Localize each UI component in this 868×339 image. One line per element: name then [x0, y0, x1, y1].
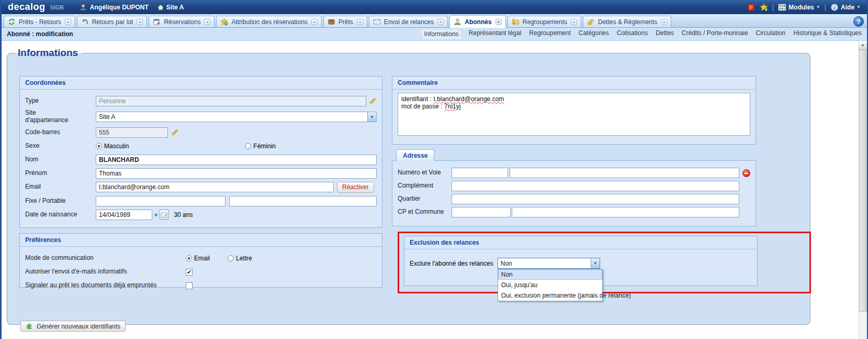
dropdown-arrow-icon[interactable]: ▼	[591, 258, 600, 268]
close-tab-icon[interactable]: ×	[137, 19, 143, 25]
star-icon	[220, 18, 229, 26]
current-user[interactable]: Angélique DUPONT	[90, 4, 149, 11]
generate-credentials-button[interactable]: Générer nouveaux identifiants	[20, 321, 126, 332]
topbar-separator: |	[825, 3, 826, 11]
type-field	[96, 96, 366, 106]
dropdown-option-oui-permanente[interactable]: Oui, exclusion permanente (jamais de rel…	[498, 290, 602, 301]
mode-lettre-label: Lettre	[236, 255, 252, 262]
tab-prets-retours[interactable]: Prêts - Retours ×	[4, 16, 75, 27]
subnav-link-informations[interactable]: Informations	[422, 29, 461, 39]
subnav-bar: Abonné : modification Informations Repré…	[2, 28, 867, 41]
tab-prets[interactable]: Prêts ×	[323, 16, 367, 27]
birthdate-label: Date de naissance	[25, 211, 77, 218]
close-tab-icon[interactable]: ×	[661, 19, 667, 25]
tab-retours-par-lot[interactable]: Retours par lot ×	[77, 16, 148, 27]
portable-field[interactable]	[229, 196, 377, 206]
fixe-field[interactable]	[96, 196, 226, 206]
pencil-icon[interactable]	[171, 128, 179, 137]
nom-field[interactable]	[96, 155, 377, 165]
subnav-link-dettes[interactable]: Dettes	[656, 29, 674, 39]
email-field[interactable]	[96, 182, 334, 192]
close-tab-icon[interactable]: ×	[571, 19, 577, 25]
subnav-link-representant-legal[interactable]: Représentant légal	[469, 29, 522, 39]
subnav-link-categories[interactable]: Catégories	[579, 29, 609, 39]
remove-address-icon[interactable]	[742, 169, 750, 177]
modules-menu[interactable]: Modules ▼	[778, 3, 820, 12]
close-tab-icon[interactable]: ×	[311, 19, 318, 25]
top-bar: decalog SIGB Angélique DUPONT Site A | M…	[2, 0, 867, 14]
mode-email-radio[interactable]	[186, 255, 192, 261]
tab-label: Envoi de relances	[384, 18, 434, 26]
scroll-up-icon[interactable]: ▲	[859, 41, 867, 50]
dropdown-option-non[interactable]: Non	[498, 269, 602, 280]
tab-label: Regroupements	[523, 18, 567, 26]
close-tab-icon[interactable]: ×	[357, 19, 363, 25]
tab-adresse[interactable]: Adresse	[396, 149, 434, 161]
exclusion-title: Exclusion des relances	[404, 236, 757, 249]
voie-input[interactable]	[510, 168, 739, 178]
site-select-value: Site A	[96, 113, 367, 121]
exclusion-field-label: Exclure l'abonné des relances	[410, 260, 493, 267]
favorites-add-icon[interactable]	[760, 3, 768, 12]
subnav-link-circulation[interactable]: Circulation	[756, 29, 786, 39]
pencil-icon[interactable]	[369, 97, 377, 105]
sexe-feminin-label: Féminin	[253, 143, 276, 150]
dropdown-arrow-icon[interactable]: ▼	[367, 112, 376, 122]
exclusion-select[interactable]: Non ▼ Non Oui, jusqu'au Oui, exclusion p…	[498, 258, 600, 269]
commune-input[interactable]	[512, 207, 739, 217]
signaler-checkbox[interactable]	[186, 282, 193, 289]
birthdate-field[interactable]	[96, 210, 152, 220]
calendar-icon[interactable]	[160, 210, 168, 220]
mode-communication-label: Mode de communication	[25, 255, 167, 262]
dropdown-option-oui-jusquau[interactable]: Oui, jusqu'au	[498, 280, 602, 290]
sexe-feminin-radio[interactable]	[245, 143, 251, 149]
commentaire-title: Commentaire	[392, 76, 756, 90]
coins-icon	[587, 18, 595, 26]
tab-label: Retours par lot	[92, 18, 133, 26]
modules-label: Modules	[788, 4, 814, 11]
site-select[interactable]: Site A ▼	[96, 112, 377, 122]
folder-icon	[512, 18, 520, 26]
comment-textarea[interactable]: identifiant : t.blanchard@orange.com mot…	[398, 93, 750, 136]
subnav-links: Informations Représentant légal Regroupe…	[422, 29, 862, 39]
sexe-masculin-label: Masculin	[104, 143, 129, 150]
cp-commune-label: CP et Commune	[398, 209, 447, 216]
clear-icon[interactable]: ×	[154, 212, 157, 218]
close-tab-icon[interactable]: ×	[204, 19, 210, 25]
tab-envoi-relances[interactable]: Envoi de relances ×	[369, 16, 448, 27]
help-icon[interactable]: ?	[853, 16, 864, 27]
type-label: Type	[25, 97, 77, 105]
numero-input[interactable]	[452, 168, 508, 178]
subnav-link-regroupement[interactable]: Regroupement	[529, 29, 570, 39]
subnav-link-historique-statistiques[interactable]: Historique & Statistiques	[793, 29, 862, 39]
complement-input[interactable]	[452, 181, 739, 191]
subnav-link-credits-porte-monnaie[interactable]: Crédits / Porte-monnaie	[682, 29, 748, 39]
emails-info-checkbox[interactable]: ✔	[186, 269, 193, 276]
cp-input[interactable]	[452, 207, 511, 217]
comment-line: mot de passe : 7ni1yj	[401, 103, 747, 110]
quartier-input[interactable]	[452, 194, 739, 204]
aide-menu[interactable]: i Aide ▼	[830, 3, 861, 12]
close-tab-icon[interactable]: ×	[495, 19, 502, 25]
mode-lettre-radio[interactable]	[228, 255, 234, 261]
close-tab-icon[interactable]: ×	[65, 19, 71, 25]
comment-line: identifiant : t.blanchard@orange.com	[401, 95, 747, 103]
current-site[interactable]: Site A	[157, 4, 184, 11]
subnav-link-cotisations[interactable]: Cotisations	[617, 29, 648, 39]
scrollbar-thumb[interactable]	[859, 50, 867, 312]
tab-regroupements[interactable]: Regroupements ×	[508, 16, 581, 27]
tab-attribution-reservations[interactable]: Attribution des réservations ×	[216, 16, 321, 27]
tab-dettes-reglements[interactable]: Dettes & Règlements ×	[583, 16, 671, 27]
reactiver-button[interactable]: Réactiver	[337, 182, 374, 193]
informations-panel: Informations Coordonnées Type Site d'app…	[7, 47, 810, 325]
close-tab-icon[interactable]: ×	[437, 19, 444, 25]
tab-abonnes[interactable]: Abonnés ×	[449, 15, 505, 28]
logout-icon[interactable]	[747, 3, 756, 12]
info-icon: i	[830, 3, 839, 12]
coordonnees-title: Coordonnées	[20, 76, 382, 90]
tab-reservations[interactable]: Réservations ×	[149, 16, 215, 27]
prenom-field[interactable]	[96, 168, 377, 179]
sexe-masculin-radio[interactable]	[96, 143, 102, 149]
numero-voie-label: Numéro et Voie	[398, 169, 447, 177]
vertical-scrollbar[interactable]: ▲	[858, 41, 867, 339]
